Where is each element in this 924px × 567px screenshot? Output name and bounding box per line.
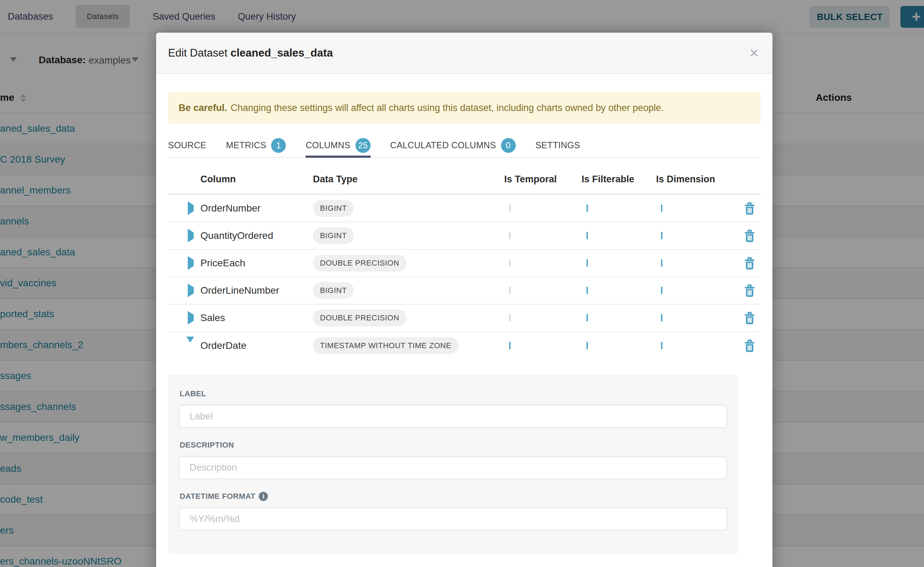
delete-icon[interactable] xyxy=(744,230,755,242)
is-dimension-checkbox[interactable] xyxy=(661,286,662,294)
warning-banner: Be careful. Changing these settings will… xyxy=(168,92,760,124)
warning-text: Changing these settings will affect all … xyxy=(231,103,664,114)
data-type-pill: BIGINT xyxy=(313,227,354,244)
is-temporal-checkbox[interactable] xyxy=(509,286,510,294)
is-filterable-checkbox[interactable] xyxy=(587,314,588,321)
column-name: PriceEach xyxy=(200,258,313,269)
is-temporal-checkbox[interactable] xyxy=(509,204,510,212)
expand-caret-icon[interactable] xyxy=(188,311,194,325)
delete-icon[interactable] xyxy=(744,257,755,270)
column-row: QuantityOrderedBIGINT xyxy=(168,222,760,250)
data-type-header: Data Type xyxy=(313,174,504,185)
columns-table: Column Data Type Is Temporal Is Filterab… xyxy=(168,165,760,359)
data-type-pill: DOUBLE PRECISION xyxy=(313,255,406,272)
is-filterable-checkbox[interactable] xyxy=(587,342,588,349)
column-row: PriceEachDOUBLE PRECISION xyxy=(168,250,760,277)
tab-metrics[interactable]: METRICS1 xyxy=(226,134,286,157)
is-filterable-header: Is Filterable xyxy=(582,174,656,185)
label-input[interactable] xyxy=(179,405,727,428)
is-dimension-header: Is Dimension xyxy=(656,174,738,185)
is-filterable-checkbox[interactable] xyxy=(587,204,588,212)
modal-title-dataset-name: cleaned_sales_data xyxy=(231,47,333,59)
column-name: OrderLineNumber xyxy=(200,285,313,296)
tab-settings[interactable]: SETTINGS xyxy=(536,134,580,157)
column-row: OrderLineNumberBIGINT xyxy=(168,277,760,304)
delete-column-button[interactable] xyxy=(738,339,760,352)
modal-tabs: SOURCE METRICS1 COLUMNS25 CALCULATED COL… xyxy=(168,134,760,158)
modal-title: Edit Dataset cleaned_sales_data xyxy=(168,47,333,59)
column-detail-panel: LABEL DESCRIPTION DATETIME FORMAT i xyxy=(168,375,738,554)
data-type-pill: BIGINT xyxy=(313,200,354,217)
column-name: QuantityOrdered xyxy=(200,230,313,242)
delete-column-button[interactable] xyxy=(738,202,760,214)
data-type-pill: TIMESTAMP WITHOUT TIME ZONE xyxy=(313,337,459,354)
column-header: Column xyxy=(200,174,313,185)
is-temporal-checkbox[interactable] xyxy=(509,259,510,267)
columns-table-body: OrderNumberBIGINTQuantityOrderedBIGINTPr… xyxy=(168,195,760,359)
is-dimension-checkbox[interactable] xyxy=(661,259,662,267)
column-row: OrderDateTIMESTAMP WITHOUT TIME ZONE xyxy=(168,332,760,359)
column-name: Sales xyxy=(200,312,313,324)
expand-caret-icon[interactable] xyxy=(188,229,194,242)
is-filterable-checkbox[interactable] xyxy=(587,259,588,267)
modal-header: Edit Dataset cleaned_sales_data ✕ xyxy=(156,33,772,74)
is-temporal-checkbox[interactable] xyxy=(509,314,510,321)
label-field-label: LABEL xyxy=(180,389,727,398)
expand-caret-icon[interactable] xyxy=(188,256,194,270)
is-temporal-checkbox[interactable] xyxy=(509,232,510,239)
delete-icon[interactable] xyxy=(744,339,755,352)
tab-source[interactable]: SOURCE xyxy=(168,134,206,157)
is-filterable-checkbox[interactable] xyxy=(587,286,588,294)
description-input[interactable] xyxy=(179,456,727,479)
data-type-pill: BIGINT xyxy=(313,282,354,299)
is-dimension-checkbox[interactable] xyxy=(661,314,662,321)
description-field-label: DESCRIPTION xyxy=(180,441,727,450)
metrics-count-badge: 1 xyxy=(271,138,286,153)
delete-column-button[interactable] xyxy=(738,312,760,324)
data-type-pill: DOUBLE PRECISION xyxy=(313,309,406,326)
is-dimension-checkbox[interactable] xyxy=(661,342,662,349)
warning-bold-text: Be careful. xyxy=(179,103,227,114)
delete-column-button[interactable] xyxy=(738,230,760,242)
expand-caret-icon[interactable] xyxy=(188,284,194,297)
is-dimension-checkbox[interactable] xyxy=(661,232,662,239)
datetime-format-input[interactable] xyxy=(179,507,727,531)
column-name: OrderNumber xyxy=(200,203,313,214)
is-temporal-checkbox[interactable] xyxy=(509,342,510,349)
is-filterable-checkbox[interactable] xyxy=(587,232,588,239)
datetime-format-field-label: DATETIME FORMAT i xyxy=(180,492,727,501)
tab-calculated-columns[interactable]: CALCULATED COLUMNS0 xyxy=(390,134,516,157)
column-name: OrderDate xyxy=(200,340,313,351)
calculated-columns-count-badge: 0 xyxy=(501,138,516,153)
delete-column-button[interactable] xyxy=(738,284,760,297)
delete-icon[interactable] xyxy=(744,312,755,324)
delete-icon[interactable] xyxy=(744,202,755,214)
columns-count-badge: 25 xyxy=(355,138,370,153)
is-dimension-checkbox[interactable] xyxy=(661,204,662,212)
column-row: SalesDOUBLE PRECISION xyxy=(168,304,760,332)
delete-column-button[interactable] xyxy=(738,257,760,270)
expand-caret-icon[interactable] xyxy=(188,201,194,215)
delete-icon[interactable] xyxy=(744,284,755,297)
tab-columns[interactable]: COLUMNS25 xyxy=(305,134,370,157)
modal-title-prefix: Edit Dataset xyxy=(168,47,227,59)
info-icon[interactable]: i xyxy=(259,492,268,501)
columns-table-header: Column Data Type Is Temporal Is Filterab… xyxy=(168,165,760,195)
column-row: OrderNumberBIGINT xyxy=(168,195,760,222)
is-temporal-header: Is Temporal xyxy=(504,174,582,185)
close-icon[interactable]: ✕ xyxy=(749,47,760,59)
edit-dataset-modal: Edit Dataset cleaned_sales_data ✕ Be car… xyxy=(156,33,772,567)
expand-caret-icon[interactable] xyxy=(187,336,194,348)
